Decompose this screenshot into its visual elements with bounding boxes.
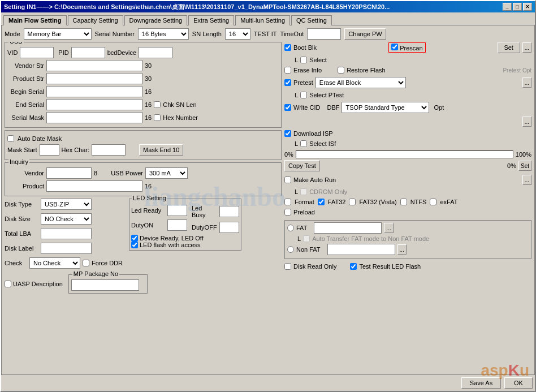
hex-number-check[interactable] <box>154 114 161 121</box>
hex-char-input[interactable] <box>92 144 126 156</box>
select-check[interactable] <box>300 57 307 63</box>
auto-transfer-check[interactable] <box>303 235 310 242</box>
vendor-str-input[interactable]: SMI Corporation <box>46 60 142 71</box>
tab-main-flow[interactable]: Main Flow Setting <box>3 15 67 25</box>
force-ddr-check[interactable] <box>83 260 89 266</box>
led-busy-input[interactable]: 48 <box>219 206 239 217</box>
disk-size-select[interactable]: NO Check <box>41 213 92 225</box>
fat32-check[interactable] <box>318 199 325 205</box>
dots-btn-1[interactable]: ... <box>522 42 531 53</box>
mask-end-button[interactable]: Mask End 10 <box>139 144 183 156</box>
make-auto-run-check[interactable] <box>284 176 291 183</box>
fat-radio[interactable] <box>287 225 294 231</box>
select-ptest-label: Select PTest <box>309 92 344 98</box>
dots-btn-6[interactable]: ... <box>397 244 407 255</box>
inquiry-vendor-input[interactable]: SMI <box>46 167 92 179</box>
product-str-input[interactable]: USB DISK <box>46 73 142 84</box>
pid-input[interactable]: 1000 <box>71 47 105 58</box>
check-select[interactable]: No Check <box>29 257 80 269</box>
copy-test-button[interactable]: Copy Test <box>284 160 320 171</box>
mask-start-input[interactable]: 3 <box>40 144 59 156</box>
vid-row: VID 090C PID 1000 bcdDevice 1100 <box>7 47 279 58</box>
set2-button[interactable]: Set <box>518 161 531 171</box>
disk-read-only-label: Disk Read Only <box>293 263 336 270</box>
sn-length-select[interactable]: 16 <box>225 28 250 40</box>
dbf-select[interactable]: TSOP Standard Type <box>342 102 429 113</box>
inquiry-vendor-num: 8 <box>94 170 97 176</box>
fat32-vista-check[interactable] <box>349 199 356 205</box>
inquiry-product-num: 16 <box>145 183 152 189</box>
begin-serial-input[interactable]: AA00000000010835 <box>46 86 142 97</box>
write-cid-check[interactable] <box>284 104 291 111</box>
save-as-button[interactable]: Save As <box>461 377 501 389</box>
prescan-check[interactable] <box>391 44 398 50</box>
bcd-input[interactable]: 1100 <box>139 47 172 58</box>
ntfs-label: NTFS <box>410 199 427 205</box>
tab-qc[interactable]: QC Setting <box>291 15 332 25</box>
select-isf-check[interactable] <box>300 140 307 147</box>
tab-capacity[interactable]: Capacity Setting <box>68 15 123 25</box>
non-fat-radio[interactable] <box>287 246 294 253</box>
serial-mask-input[interactable]: AA################ <box>46 112 142 123</box>
change-pw-button[interactable]: Change PW <box>344 28 386 40</box>
ok-button[interactable]: OK <box>504 377 533 389</box>
format-check[interactable] <box>284 199 291 205</box>
usb-power-select[interactable]: 300 mA <box>145 167 188 179</box>
inquiry-product-input[interactable]: USB DISK <box>46 180 142 192</box>
dots-btn-3[interactable]: ... <box>522 117 531 127</box>
disk-read-only-check[interactable] <box>284 263 291 270</box>
test-result-led-check[interactable] <box>350 263 357 270</box>
erase-info-check[interactable] <box>284 67 291 74</box>
vid-label: VID <box>7 49 18 56</box>
ntfs-check[interactable] <box>400 199 407 205</box>
minimize-button[interactable]: _ <box>503 3 512 11</box>
serial-number-select[interactable]: 16 Bytes <box>138 28 189 40</box>
product-str-row: Product Str USB DISK 30 <box>7 73 279 84</box>
vid-input[interactable]: 090C <box>20 47 54 58</box>
fat-input[interactable] <box>314 222 382 234</box>
end-serial-input[interactable]: AA04012799999999 <box>46 99 142 110</box>
top-row: Mode Memory Bar Serial Number 16 Bytes S… <box>5 28 531 40</box>
led-ready-input[interactable]: 3 <box>167 205 187 216</box>
select-ptest-check[interactable] <box>300 92 307 98</box>
duty-off-label: DutyOFF <box>192 224 217 231</box>
tab-multi-lun[interactable]: Multi-lun Setting <box>235 15 290 25</box>
exfat-check[interactable] <box>430 199 436 205</box>
chk-sn-len-check[interactable] <box>154 101 161 108</box>
download-isp-check[interactable] <box>284 130 291 137</box>
maximize-button[interactable]: □ <box>513 3 522 11</box>
preload-check[interactable] <box>284 209 291 216</box>
auto-date-mask-group: Auto Date Mask Mask Start 3 Hex Char: Ma… <box>5 130 282 160</box>
tab-downgrade[interactable]: Downgrade Setting <box>124 15 188 25</box>
duty-off-input[interactable]: 0 <box>219 222 239 233</box>
non-fat-input[interactable] <box>327 244 395 255</box>
restore-flash-check[interactable] <box>338 67 344 74</box>
pretest-check[interactable] <box>284 79 291 86</box>
duty-on-input[interactable]: 0 <box>167 219 187 231</box>
total-lba-input[interactable]: 0 <box>41 228 92 239</box>
disk-type-select[interactable]: USB-ZIP <box>41 199 92 210</box>
boot-blk-check[interactable] <box>284 44 291 51</box>
l-label-5: L <box>297 235 301 242</box>
dots-btn-5[interactable]: ... <box>384 223 393 233</box>
device-ready-check[interactable] <box>131 235 138 242</box>
led-flash-check[interactable] <box>131 242 138 248</box>
tab-extra[interactable]: Extra Setting <box>188 15 234 25</box>
cdrom-check[interactable] <box>300 188 307 195</box>
product-str-label: Product Str <box>7 75 44 82</box>
download-isp-row: Download ISP <box>284 130 531 137</box>
uasp-check[interactable] <box>5 281 11 287</box>
pretest-select[interactable]: Erase All Block <box>315 77 406 88</box>
led-group: LED Setting Led Ready 3 DutyON 0 <box>129 199 241 251</box>
led-group-title: LED Setting <box>132 195 167 201</box>
dots-btn-4[interactable]: ... <box>522 175 531 185</box>
inquiry-vendor-row: Vendor SMI 8 USB Power 300 mA <box>7 167 279 179</box>
disk-label-input[interactable]: USB DISK <box>41 243 92 254</box>
set-button[interactable]: Set <box>498 42 520 53</box>
timeout-input[interactable]: 10000 <box>307 28 341 40</box>
close-button[interactable]: ✕ <box>523 3 532 11</box>
mp-package-input[interactable]: M1107v1 <box>71 279 139 291</box>
mode-select[interactable]: Memory Bar <box>24 28 92 40</box>
dots-btn-2[interactable]: ... <box>522 77 531 88</box>
auto-date-mask-check[interactable] <box>7 135 14 142</box>
